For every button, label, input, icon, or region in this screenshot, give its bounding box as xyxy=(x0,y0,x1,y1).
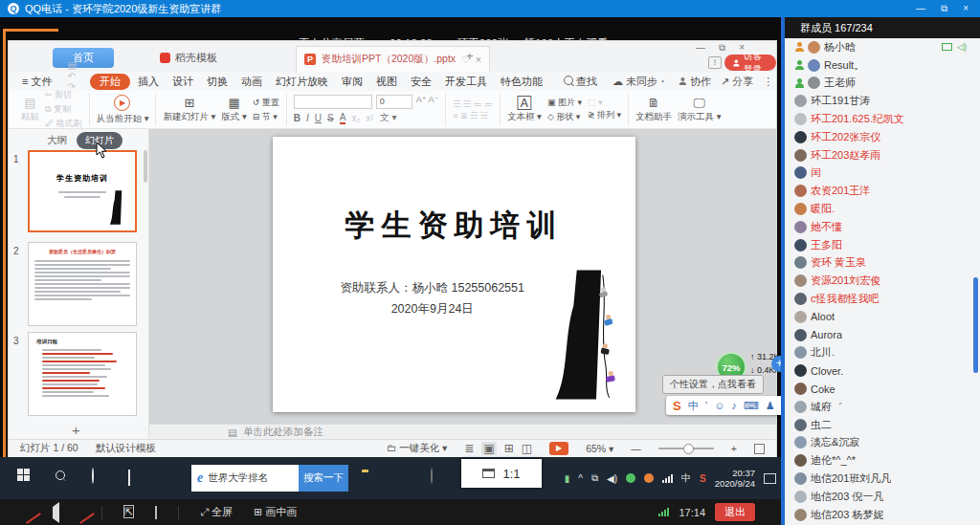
member-row-3[interactable]: 环工191甘涛 xyxy=(785,92,980,110)
member-row-13[interactable]: 资源201刘宏俊 xyxy=(785,272,980,290)
text-effects-button[interactable]: 文 ▾ xyxy=(380,111,397,124)
emoji-icon[interactable]: ☺ xyxy=(714,400,724,412)
more-menu-icon[interactable]: ⋮ xyxy=(763,76,773,88)
section-button[interactable]: ⊟ 节 ▾ xyxy=(253,111,279,123)
qq-tray-icon[interactable] xyxy=(644,473,654,483)
zoom-out-button[interactable]: — xyxy=(631,443,641,454)
guest-login-button[interactable]: 访客登录 xyxy=(724,55,776,71)
member-row-25[interactable]: 地信203 倪一凡 xyxy=(785,488,980,506)
add-slide-button[interactable]: + xyxy=(72,422,80,438)
member-row-5[interactable]: 环工202张宗仪 xyxy=(785,128,980,146)
member-row-11[interactable]: 王多阳 xyxy=(785,236,980,254)
menu-tab-6[interactable]: 审阅 xyxy=(336,74,368,90)
share-button[interactable]: ↗ 分享 xyxy=(721,75,753,89)
member-row-0[interactable]: 杨小晗◁) xyxy=(785,38,980,56)
warning-badge[interactable]: ! xyxy=(708,56,722,69)
placeholder-button[interactable]: ⬚ ▾ xyxy=(588,98,621,107)
display-tray-icon[interactable]: ⧉ xyxy=(591,472,598,484)
member-row-8[interactable]: 农资201王洋 xyxy=(785,182,980,200)
wps-minimize-button[interactable]: — xyxy=(696,42,705,54)
subscript-button[interactable]: x₂ xyxy=(351,113,360,123)
member-row-22[interactable]: 淡忘&沉寂 xyxy=(785,434,980,452)
skin-icon[interactable]: ♟ xyxy=(766,400,775,412)
thumbnail-scrollbar[interactable] xyxy=(144,150,147,183)
app-dark-icon[interactable] xyxy=(431,469,433,483)
slide-thumbnail-1[interactable]: 学生资助培训 xyxy=(28,150,137,232)
pip-button[interactable]: ⊞ 画中画 xyxy=(254,505,297,519)
font-size-select[interactable]: 0 xyxy=(376,95,412,109)
exit-share-button[interactable]: 退出 xyxy=(715,503,755,521)
member-row-24[interactable]: 地信201班刘凡凡 xyxy=(785,470,980,488)
reset-button[interactable]: ↺ 重置 xyxy=(253,97,279,109)
zoom-slider-knob[interactable] xyxy=(683,444,694,454)
mic-icon[interactable]: ♪ xyxy=(731,400,737,412)
notification-center-icon[interactable] xyxy=(764,473,776,484)
ime-tray-icon[interactable]: 中 xyxy=(681,471,691,485)
beautify-button[interactable]: 🗀 一键美化 ▾ xyxy=(387,442,448,455)
sogou-tray-icon[interactable]: S xyxy=(700,473,706,484)
cut-button[interactable]: ✂ 剪切 xyxy=(45,89,82,101)
speaker-icon[interactable] xyxy=(48,507,59,518)
whiteboard-icon[interactable] xyxy=(155,507,157,518)
ime-cn-icon[interactable]: 中 xyxy=(688,399,699,413)
task-view-icon[interactable] xyxy=(128,470,130,485)
shapes-button[interactable]: ◇ 形状 ▾ xyxy=(547,111,582,123)
sogou-logo-icon[interactable]: S xyxy=(673,399,681,413)
taskbar-search-icon[interactable] xyxy=(56,469,65,483)
menu-tab-0[interactable]: 开始 xyxy=(90,74,130,90)
strike-button[interactable]: S xyxy=(327,113,334,123)
tab-docer-templates[interactable]: 稻壳模板 xyxy=(160,51,217,65)
menu-tab-5[interactable]: 幻灯片放映 xyxy=(270,74,334,90)
presentation-tools-button[interactable]: 🖵演示工具 ▾ xyxy=(678,97,721,123)
arrange-button[interactable]: ≷ 排列 ▾ xyxy=(588,109,621,121)
hidden-icons-chevron[interactable]: ^ xyxy=(578,473,583,484)
member-row-9[interactable]: 暖阳. xyxy=(785,200,980,218)
tab-document[interactable]: P 资助培训PPT（2020版）.pptx ♡ × xyxy=(296,46,490,72)
current-slide[interactable]: 学生资助培训 资助联系人：杨小晗 15255062551 2020年9月24日 xyxy=(273,137,635,412)
cortana-icon[interactable] xyxy=(92,469,94,483)
punct-icon[interactable]: ’ xyxy=(705,400,707,412)
sorter-view-icon[interactable]: ⊞ xyxy=(504,442,514,455)
textbox-button[interactable]: 🄰文本框 ▾ xyxy=(507,97,542,123)
member-row-19[interactable]: Coke xyxy=(785,380,980,398)
copy-button[interactable]: ⧉ 复制 xyxy=(45,103,82,116)
paste-button[interactable]: ▤粘贴 xyxy=(21,97,39,123)
underline-button[interactable]: U xyxy=(315,113,322,123)
tab-wps-home[interactable]: 首页 xyxy=(53,48,114,68)
reading-view-icon[interactable]: ◫ xyxy=(522,442,532,455)
start-button[interactable] xyxy=(17,469,30,481)
taskbar-search-button[interactable]: 搜索一下 xyxy=(299,465,348,492)
slideshow-button[interactable]: ▶ xyxy=(549,442,568,455)
wechat-tray-icon[interactable] xyxy=(626,473,635,483)
menu-tab-9[interactable]: 开发工具 xyxy=(439,74,493,90)
member-row-14[interactable]: c怪我都怪我吧 xyxy=(785,290,980,308)
menu-tab-8[interactable]: 安全 xyxy=(405,74,437,90)
font-color-button[interactable]: A xyxy=(340,112,346,124)
screen-share-icon[interactable]: ⇱ xyxy=(123,506,134,518)
network-tray-icon[interactable] xyxy=(662,474,673,483)
battery-icon[interactable]: ▮ xyxy=(565,473,570,484)
member-row-20[interactable]: 城府゛ xyxy=(785,398,980,416)
normal-view-icon[interactable]: ▣ xyxy=(481,442,496,455)
qq-minimize-button[interactable]: — xyxy=(916,3,925,14)
notes-bar[interactable]: ▤ 单击此处添加备注 xyxy=(149,424,776,439)
menu-tab-7[interactable]: 视图 xyxy=(370,74,403,90)
qq-restore-button[interactable]: ⧉ xyxy=(941,3,947,14)
new-slide-button[interactable]: ⊞新建幻灯片 ▾ xyxy=(163,97,215,123)
keyboard-icon[interactable]: ⌨ xyxy=(744,400,759,412)
zoom-level[interactable]: 65% ▾ xyxy=(586,443,613,454)
qq-close-button[interactable]: × xyxy=(963,3,969,14)
close-tab-icon[interactable]: × xyxy=(476,55,481,65)
member-row-16[interactable]: Aurora xyxy=(785,326,980,344)
member-row-10[interactable]: 她不懂 xyxy=(785,218,980,236)
menu-file[interactable]: ≡ 文件 xyxy=(16,74,57,90)
ratio-popup[interactable]: 1:1 xyxy=(461,459,542,488)
member-row-18[interactable]: Clover. xyxy=(785,361,980,380)
notes-view-icon[interactable]: ≣ xyxy=(464,442,474,455)
fullscreen-button[interactable]: ⤢ 全屏 xyxy=(200,505,233,519)
new-tab-button[interactable]: + xyxy=(466,49,474,63)
italic-button[interactable]: I xyxy=(306,113,309,123)
slide-thumbnail-2[interactable]: 资助委员（生活委员兼任）职责 xyxy=(28,242,137,326)
wps-restore-button[interactable]: ⧉ xyxy=(719,42,725,54)
play-from-current-button[interactable]: ▶ 从当前开始 ▾ xyxy=(97,95,149,125)
